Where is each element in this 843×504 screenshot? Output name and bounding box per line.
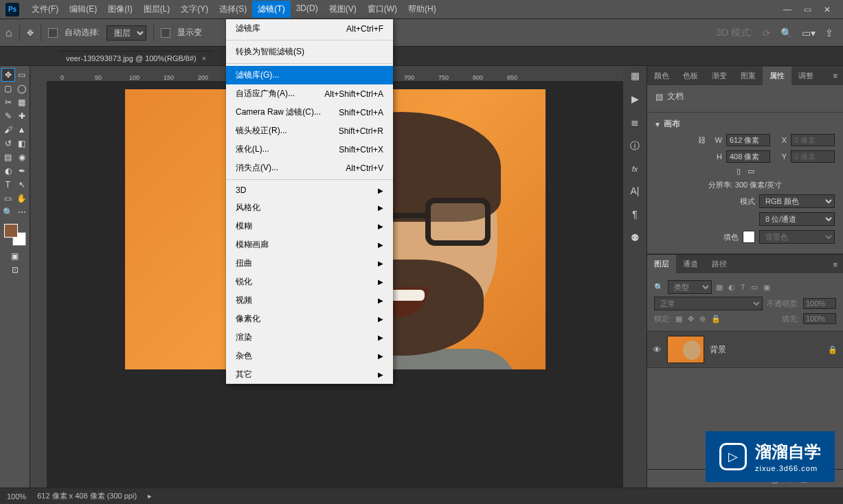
filter-menu-item-18[interactable]: 像素化▶	[226, 310, 393, 328]
filter-menu-item-4[interactable]: 滤镜库(G)...	[226, 66, 393, 84]
filter-menu-item-21[interactable]: 其它▶	[226, 365, 393, 384]
filter-menu-item-20[interactable]: 杂色▶	[226, 347, 393, 365]
filter-menu-item-15[interactable]: 扭曲▶	[226, 254, 393, 273]
filter-menu-item-8[interactable]: 液化(L)...Shift+Ctrl+X	[226, 140, 393, 159]
filter-menu-item-17[interactable]: 视频▶	[226, 291, 393, 310]
filter-menu-item-14[interactable]: 模糊画廊▶	[226, 236, 393, 254]
filter-menu-item-13[interactable]: 模糊▶	[226, 217, 393, 236]
filter-menu-item-2[interactable]: 转换为智能滤镜(S)	[226, 43, 393, 61]
filter-menu-item-11[interactable]: 3D▶	[226, 182, 393, 198]
filter-menu-item-6[interactable]: Camera Raw 滤镜(C)...Shift+Ctrl+A	[226, 103, 393, 122]
filter-menu-dropdown: 滤镜库Alt+Ctrl+F转换为智能滤镜(S)滤镜库(G)...自适应广角(A)…	[226, 19, 393, 384]
filter-menu-item-12[interactable]: 风格化▶	[226, 198, 393, 217]
filter-menu-item-9[interactable]: 消失点(V)...Alt+Ctrl+V	[226, 159, 393, 177]
filter-menu-item-0[interactable]: 滤镜库Alt+Ctrl+F	[226, 19, 393, 38]
filter-menu-item-16[interactable]: 锐化▶	[226, 273, 393, 291]
filter-menu-item-5[interactable]: 自适应广角(A)...Alt+Shift+Ctrl+A	[226, 84, 393, 103]
filter-menu-item-7[interactable]: 镜头校正(R)...Shift+Ctrl+R	[226, 122, 393, 140]
menu-scrim[interactable]	[0, 0, 843, 504]
filter-menu-item-19[interactable]: 渲染▶	[226, 328, 393, 347]
